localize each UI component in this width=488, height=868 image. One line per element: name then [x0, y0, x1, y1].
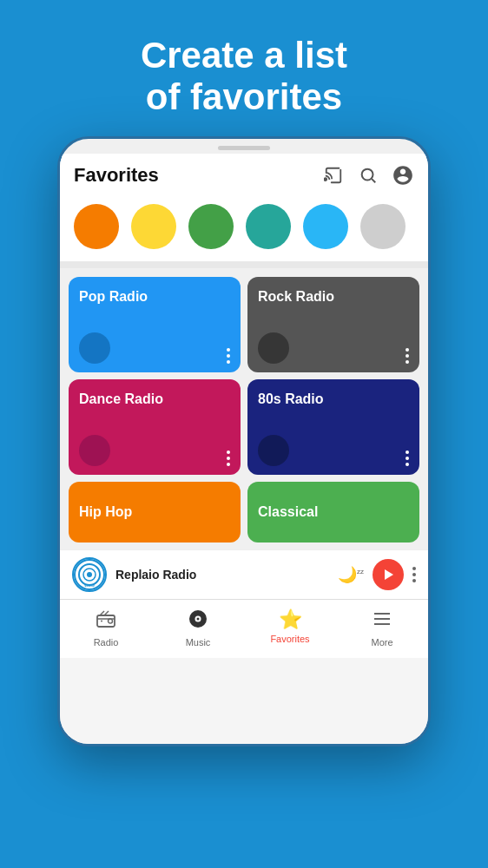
playback-controls: 🌙zz — [338, 559, 416, 590]
nav-music[interactable]: Music — [152, 605, 244, 651]
yellow-circle[interactable] — [131, 204, 176, 249]
stations-grid: Pop Radio Rock Radio — [60, 268, 428, 482]
hero-header: Create a list of favorites — [0, 0, 488, 136]
nav-more[interactable]: More — [336, 605, 428, 651]
pop-radio-bottom — [79, 332, 230, 364]
divider — [60, 261, 428, 268]
svg-point-0 — [324, 178, 326, 181]
more-options-icon[interactable] — [412, 567, 416, 582]
gray-circle[interactable] — [360, 204, 406, 249]
more-icon — [372, 608, 392, 635]
phone-notch — [218, 146, 270, 150]
dance-radio-dot — [79, 435, 110, 466]
eighties-radio-name: 80s Radio — [258, 391, 409, 407]
rock-radio-menu[interactable] — [406, 348, 409, 364]
svg-point-17 — [197, 617, 200, 620]
svg-point-14 — [101, 620, 102, 621]
nav-favorites[interactable]: ⭐ Favorites — [244, 605, 336, 651]
eighties-radio-dot — [258, 435, 289, 466]
pop-radio-menu[interactable] — [227, 348, 230, 364]
search-icon[interactable] — [357, 164, 379, 187]
hero-title: Create a list of favorites — [0, 35, 488, 119]
account-icon[interactable] — [392, 164, 414, 187]
sleep-icon[interactable]: 🌙zz — [338, 565, 364, 584]
orange-circle[interactable] — [74, 204, 119, 249]
svg-point-6 — [87, 572, 92, 577]
teal-circle[interactable] — [246, 204, 291, 249]
cast-icon[interactable] — [322, 164, 345, 187]
app-header: Favorites — [60, 154, 428, 195]
dance-radio-name: Dance Radio — [79, 391, 230, 407]
hiphop-card[interactable]: Hip Hop — [69, 482, 241, 542]
pop-radio-name: Pop Radio — [79, 289, 230, 305]
svg-line-2 — [372, 179, 375, 182]
background: Create a list of favorites Favorites — [0, 0, 488, 868]
eighties-radio-card[interactable]: 80s Radio — [247, 379, 419, 475]
radio-icon — [96, 608, 116, 635]
pop-radio-card[interactable]: Pop Radio — [69, 277, 241, 372]
now-playing-bar: www Replaio Radio 🌙zz — [60, 549, 428, 599]
bottom-navigation: Radio Music ⭐ Favorites — [60, 599, 428, 658]
circles-row — [60, 195, 428, 261]
play-button[interactable] — [373, 559, 404, 590]
svg-point-1 — [362, 168, 373, 180]
nav-radio[interactable]: Radio — [60, 605, 152, 651]
classical-name: Classical — [258, 504, 318, 520]
app-title: Favorites — [74, 164, 159, 187]
phone-mockup: Favorites — [57, 136, 431, 746]
eighties-radio-bottom — [258, 435, 409, 466]
radio-label: Radio — [94, 637, 119, 648]
favorites-label: Favorites — [270, 634, 309, 644]
favorites-icon: ⭐ — [279, 608, 302, 631]
bottom-stations-row: Hip Hop Classical — [60, 482, 428, 549]
dance-radio-menu[interactable] — [227, 450, 230, 466]
dance-radio-card[interactable]: Dance Radio — [69, 379, 241, 475]
rock-radio-bottom — [258, 332, 409, 364]
hiphop-name: Hip Hop — [79, 504, 132, 520]
pop-radio-dot — [79, 332, 110, 364]
svg-marker-8 — [385, 569, 393, 580]
now-playing-name: Replaio Radio — [115, 568, 329, 582]
classical-card[interactable]: Classical — [247, 482, 419, 542]
dance-radio-bottom — [79, 435, 230, 466]
app-content: Favorites — [60, 154, 428, 744]
more-label: More — [371, 637, 392, 648]
eighties-radio-menu[interactable] — [406, 450, 409, 466]
svg-text:www: www — [83, 582, 95, 588]
rock-radio-name: Rock Radio — [258, 289, 409, 305]
music-label: Music — [186, 637, 211, 648]
music-icon — [188, 608, 208, 635]
green-circle[interactable] — [188, 204, 234, 249]
station-logo: www — [72, 557, 107, 592]
rock-radio-card[interactable]: Rock Radio — [247, 277, 419, 372]
rock-radio-dot — [258, 332, 289, 364]
light-blue-circle[interactable] — [303, 204, 348, 249]
header-icons — [322, 164, 414, 187]
